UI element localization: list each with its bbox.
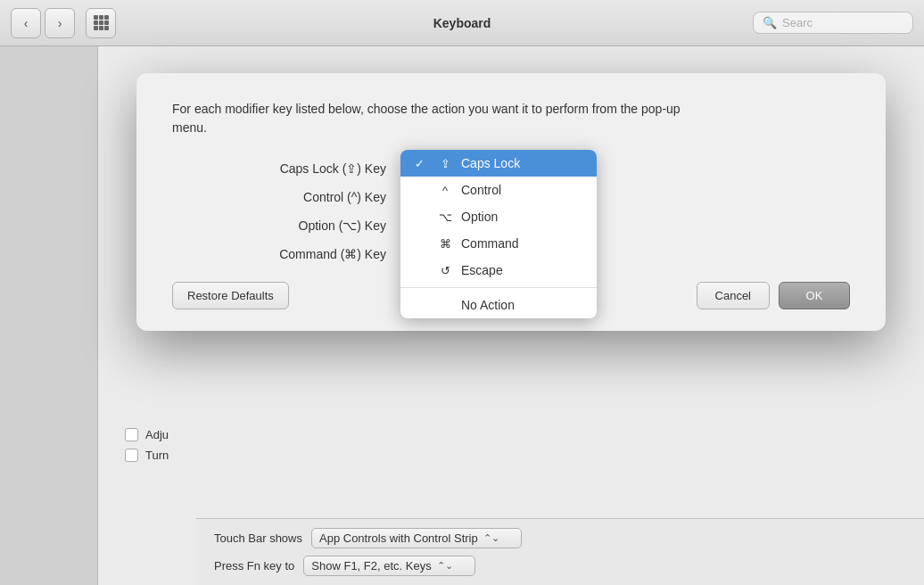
nav-buttons: ‹ › [11, 8, 75, 38]
control-label: Control (^) Key [172, 190, 386, 204]
menu-item-no-action-label: No Action [461, 298, 515, 312]
menu-item-control-label: Control [461, 183, 501, 197]
fn-key-dropdown[interactable]: Show F1, F2, etc. Keys ⌃⌄ [303, 556, 474, 576]
menu-item-control[interactable]: ^ Control [400, 177, 597, 203]
ok-button[interactable]: OK [779, 282, 850, 309]
grid-icon [94, 15, 109, 30]
content-area: Adju Turn For each modifier key listed b… [98, 46, 924, 585]
forward-button[interactable]: › [45, 8, 75, 38]
search-placeholder: Searc [782, 16, 813, 29]
option-label: Option (⌥) Key [172, 218, 386, 233]
command-icon: ⌘ [436, 237, 454, 251]
back-button[interactable]: ‹ [11, 8, 41, 38]
touch-bar-value: App Controls with Control Strip [319, 531, 478, 545]
window-title: Keyboard [433, 16, 491, 30]
command-label: Command (⌘) Key [172, 247, 386, 261]
modal-dialog: For each modifier key listed below, choo… [136, 73, 886, 331]
modifier-row-caps-lock: Caps Lock (⇪) Key ▲▼ ✓ ⇪ Caps Lock [172, 159, 850, 178]
menu-item-command-label: Command [461, 236, 519, 251]
restore-defaults-button[interactable]: Restore Defaults [172, 282, 289, 309]
title-bar: ‹ › Keyboard 🔍 Searc [0, 0, 924, 46]
fn-key-row: Press Fn key to Show F1, F2, etc. Keys ⌃… [214, 556, 906, 576]
bottom-bar: Touch Bar shows App Controls with Contro… [196, 518, 924, 585]
modal-description: For each modifier key listed below, choo… [172, 100, 689, 137]
cancel-button[interactable]: Cancel [697, 282, 770, 309]
button-group: Cancel OK [697, 282, 850, 309]
menu-item-escape[interactable]: ↺ Escape [400, 257, 597, 284]
menu-separator [400, 287, 597, 288]
caps-lock-icon: ⇪ [436, 157, 454, 170]
grid-view-button[interactable] [86, 8, 116, 38]
touch-bar-dropdown[interactable]: App Controls with Control Strip ⌃⌄ [311, 528, 522, 548]
search-bar[interactable]: 🔍 Searc [753, 12, 913, 34]
touch-bar-row: Touch Bar shows App Controls with Contro… [214, 528, 906, 548]
dropdown-menu: ✓ ⇪ Caps Lock ^ Control ⌥ [400, 150, 597, 318]
menu-item-option[interactable]: ⌥ Option [400, 203, 597, 230]
fn-key-value: Show F1, F2, etc. Keys [311, 559, 431, 573]
touch-bar-label: Touch Bar shows [214, 531, 302, 545]
touch-bar-dropdown-arrow: ⌃⌄ [483, 532, 499, 544]
escape-icon: ↺ [436, 264, 454, 277]
sidebar [0, 46, 98, 585]
menu-item-no-action[interactable]: No Action [400, 292, 597, 318]
forward-icon: › [58, 16, 62, 30]
caps-lock-label: Caps Lock (⇪) Key [172, 161, 386, 176]
fn-key-dropdown-arrow: ⌃⌄ [437, 560, 453, 572]
main-area: Adju Turn For each modifier key listed b… [0, 46, 924, 585]
menu-item-escape-label: Escape [461, 263, 503, 277]
menu-item-option-label: Option [461, 210, 498, 224]
menu-item-command[interactable]: ⌘ Command [400, 230, 597, 257]
fn-key-label: Press Fn key to [214, 559, 294, 573]
option-icon: ⌥ [436, 210, 454, 224]
menu-item-caps-lock-label: Caps Lock [461, 156, 520, 170]
search-icon: 🔍 [763, 16, 777, 29]
back-icon: ‹ [24, 16, 29, 30]
control-icon: ^ [436, 184, 454, 197]
menu-item-caps-lock[interactable]: ✓ ⇪ Caps Lock [400, 150, 597, 177]
modal-overlay: For each modifier key listed below, choo… [98, 46, 924, 585]
checkmark-icon: ✓ [415, 157, 429, 170]
modifier-rows: Caps Lock (⇪) Key ▲▼ ✓ ⇪ Caps Lock [172, 159, 850, 264]
